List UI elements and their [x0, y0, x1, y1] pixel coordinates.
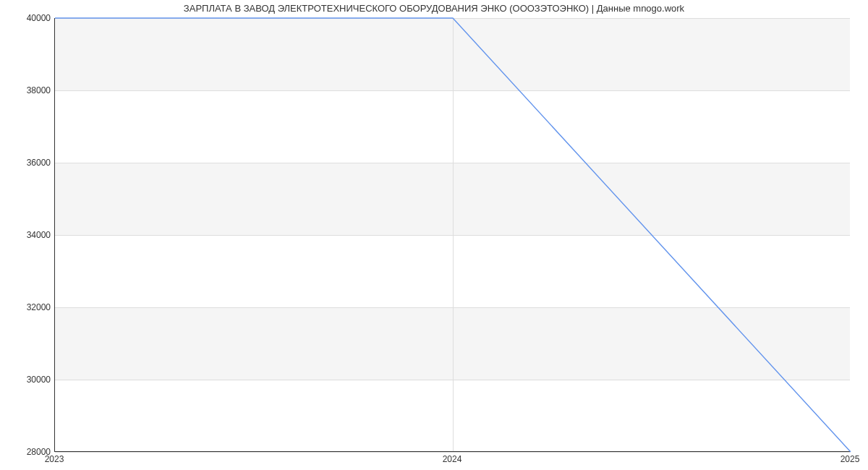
y-tick-label: 30000 [7, 375, 51, 385]
gridline-y [55, 452, 850, 453]
chart-title: ЗАРПЛАТА В ЗАВОД ЭЛЕКТРОТЕХНИЧЕСКОГО ОБО… [0, 3, 868, 14]
line-layer [55, 18, 850, 451]
x-tick-label: 2024 [443, 454, 462, 464]
y-tick-label: 40000 [7, 13, 51, 23]
chart-container: ЗАРПЛАТА В ЗАВОД ЭЛЕКТРОТЕХНИЧЕСКОГО ОБО… [0, 0, 868, 470]
x-tick-label: 2023 [45, 454, 64, 464]
plot-area [54, 18, 850, 452]
x-tick-label: 2025 [841, 454, 860, 464]
series-line [55, 18, 851, 452]
y-tick-label: 32000 [7, 302, 51, 312]
y-tick-label: 38000 [7, 85, 51, 95]
y-tick-label: 36000 [7, 158, 51, 168]
y-tick-label: 34000 [7, 230, 51, 240]
